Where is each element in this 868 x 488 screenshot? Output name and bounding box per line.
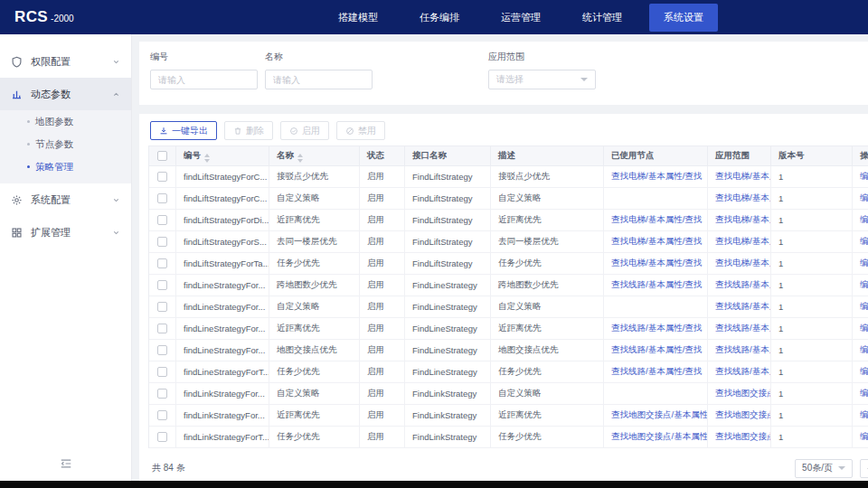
cell-scope-link[interactable]: 查找电梯/基本属性/查找 bbox=[708, 166, 771, 188]
cell-scope-link[interactable]: 查找地图交接点/基本属性 bbox=[708, 427, 771, 448]
edit-link[interactable]: 编辑 bbox=[853, 275, 868, 296]
cell-status: 启用 bbox=[360, 383, 405, 405]
edit-link[interactable]: 编辑 bbox=[853, 166, 868, 188]
sidebar: 权限配置 动态参数 地图参数 节点参数 bbox=[0, 34, 132, 481]
nav-item-task-orchestration[interactable]: 任务编排 bbox=[405, 4, 474, 32]
filter-name-input[interactable] bbox=[265, 70, 373, 89]
sidebar-item-strategy-management[interactable]: 策略管理 bbox=[0, 155, 131, 178]
filter-scope-select[interactable]: 请选择 bbox=[488, 70, 596, 89]
page-size-select[interactable]: 50条/页 bbox=[795, 459, 853, 478]
prev-page-button[interactable] bbox=[860, 459, 868, 478]
row-checkbox[interactable] bbox=[157, 367, 167, 377]
cell-used-nodes-link[interactable]: 查找线路/基本属性/查找 bbox=[604, 361, 708, 383]
collapse-sidebar-icon[interactable] bbox=[60, 457, 72, 474]
row-checkbox[interactable] bbox=[157, 193, 167, 203]
edit-link[interactable]: 编辑 bbox=[853, 253, 868, 275]
sidebar-item-permission-config[interactable]: 权限配置 bbox=[0, 45, 131, 78]
cell-scope-link[interactable]: 查找电梯/基本属性/查找 bbox=[708, 188, 771, 210]
cell-name: 任务少优先 bbox=[269, 427, 360, 448]
nav-item-system-settings[interactable]: 系统设置 bbox=[649, 4, 718, 32]
row-checkbox[interactable] bbox=[157, 410, 167, 420]
enable-button[interactable]: 启用 bbox=[280, 121, 329, 140]
row-checkbox[interactable] bbox=[157, 172, 167, 182]
column-header-id[interactable]: 编号 bbox=[176, 146, 269, 166]
cell-version: 1 bbox=[771, 405, 853, 427]
sidebar-item-node-params[interactable]: 节点参数 bbox=[0, 133, 131, 155]
edit-link[interactable]: 编辑 bbox=[853, 405, 868, 427]
cell-scope-link[interactable]: 查找电梯/基本属性/查找 bbox=[708, 253, 771, 275]
row-checkbox[interactable] bbox=[157, 324, 167, 333]
cell-scope-link[interactable]: 查找线路/基本属性/查找 bbox=[708, 275, 771, 296]
nav-item-statistics-management[interactable]: 统计管理 bbox=[568, 4, 637, 32]
row-checkbox[interactable] bbox=[157, 389, 167, 399]
cell-scope-link[interactable]: 查找线路/基本属性/查找 bbox=[708, 361, 771, 383]
cell-id: findLineStrategyForT... bbox=[176, 361, 269, 383]
row-checkbox[interactable] bbox=[157, 432, 167, 442]
cell-status: 启用 bbox=[360, 427, 405, 448]
edit-link[interactable]: 编辑 bbox=[853, 427, 868, 448]
edit-link[interactable]: 编辑 bbox=[853, 188, 868, 210]
cell-used-nodes-link[interactable]: 查找线路/基本属性/查找 bbox=[604, 318, 708, 340]
nav-item-operation-management[interactable]: 运营管理 bbox=[486, 4, 555, 32]
cell-used-nodes-link[interactable]: 查找线路/基本属性/查找 bbox=[604, 275, 708, 296]
edit-link[interactable]: 编辑 bbox=[853, 383, 868, 405]
cell-scope-link[interactable]: 查找地图交接点/基本属性 bbox=[708, 383, 771, 405]
row-checkbox[interactable] bbox=[157, 215, 167, 225]
delete-button[interactable]: 删除 bbox=[224, 121, 273, 140]
column-header-name[interactable]: 名称 bbox=[269, 146, 360, 166]
bullet-dot-icon bbox=[27, 165, 30, 168]
cell-used-nodes-link[interactable]: 查找线路/基本属性/查找 bbox=[604, 340, 708, 361]
cell-description: 自定义策略 bbox=[491, 383, 604, 405]
sidebar-item-dynamic-params[interactable]: 动态参数 bbox=[0, 78, 131, 110]
cell-used-nodes-link[interactable]: 查找电梯/基本属性/查找 bbox=[604, 253, 708, 275]
row-checkbox[interactable] bbox=[157, 258, 167, 268]
cell-used-nodes-link[interactable] bbox=[604, 188, 708, 210]
cell-scope-link[interactable]: 查找电梯/基本属性/查找 bbox=[708, 231, 771, 253]
edit-link[interactable]: 编辑 bbox=[853, 361, 868, 383]
cell-used-nodes-link[interactable] bbox=[604, 383, 708, 405]
edit-link[interactable]: 编辑 bbox=[853, 231, 868, 253]
cell-scope-link[interactable]: 查找地图交接点/基本属性 bbox=[708, 405, 771, 427]
cell-scope-link[interactable]: 查找线路/基本属性/查找 bbox=[708, 296, 771, 318]
cell-used-nodes-link[interactable]: 查找地图交接点/基本属性 bbox=[604, 405, 708, 427]
edit-link[interactable]: 编辑 bbox=[853, 210, 868, 231]
cell-scope-link[interactable]: 查找线路/基本属性/查找 bbox=[708, 340, 771, 361]
cell-version: 1 bbox=[771, 427, 853, 448]
sidebar-item-map-params[interactable]: 地图参数 bbox=[0, 110, 131, 133]
filter-panel: 编号 名称 应用范围 请选择 bbox=[139, 42, 868, 105]
cell-scope-link[interactable]: 查找电梯/基本属性/查找 bbox=[708, 210, 771, 231]
main-content: 编号 名称 应用范围 请选择 一键导出 bbox=[132, 34, 868, 481]
select-all-checkbox[interactable] bbox=[157, 151, 167, 161]
cell-id: findLineStrategyFor... bbox=[176, 296, 269, 318]
row-checkbox[interactable] bbox=[157, 345, 167, 355]
table-row: findLiftStrategyForDi... 近距离优先 启用 FindLi… bbox=[149, 210, 868, 231]
bottom-bar bbox=[0, 481, 868, 488]
edit-link[interactable]: 编辑 bbox=[853, 340, 868, 361]
disable-button[interactable]: 禁用 bbox=[336, 121, 385, 140]
chevron-down-icon bbox=[580, 78, 588, 81]
row-checkbox[interactable] bbox=[157, 237, 167, 247]
table-body: findLiftStrategyForC... 接驳点少优先 启用 FindLi… bbox=[149, 166, 868, 448]
cell-used-nodes-link[interactable]: 查找地图交接点/基本属性 bbox=[604, 427, 708, 448]
nav-item-build-model[interactable]: 搭建模型 bbox=[324, 4, 392, 32]
filter-id-input[interactable] bbox=[150, 70, 258, 89]
sidebar-item-extension-management[interactable]: 扩展管理 bbox=[0, 216, 131, 249]
cell-interface: FindLiftStrategy bbox=[405, 210, 491, 231]
sort-icon[interactable] bbox=[204, 154, 210, 163]
row-checkbox[interactable] bbox=[157, 302, 167, 312]
sort-icon[interactable] bbox=[297, 154, 303, 163]
extension-icon bbox=[11, 226, 24, 239]
sidebar-item-system-config[interactable]: 系统配置 bbox=[0, 183, 131, 216]
cell-scope-link[interactable]: 查找线路/基本属性/查找 bbox=[708, 318, 771, 340]
cell-status: 启用 bbox=[360, 188, 405, 210]
export-button[interactable]: 一键导出 bbox=[150, 121, 217, 140]
cell-used-nodes-link[interactable] bbox=[604, 296, 708, 318]
cell-used-nodes-link[interactable]: 查找电梯/基本属性/查找 bbox=[604, 166, 708, 188]
row-checkbox[interactable] bbox=[157, 280, 167, 290]
strategy-table: 编号 名称 状态 接口名称 描述 已使用节点 应用范围 版本号 操作 findL… bbox=[148, 145, 868, 448]
cell-version: 1 bbox=[771, 340, 853, 361]
cell-used-nodes-link[interactable]: 查找电梯/基本属性/查找 bbox=[604, 210, 708, 231]
edit-link[interactable]: 编辑 bbox=[853, 318, 868, 340]
cell-used-nodes-link[interactable]: 查找电梯/基本属性/查找 bbox=[604, 231, 708, 253]
edit-link[interactable]: 编辑 bbox=[853, 296, 868, 318]
